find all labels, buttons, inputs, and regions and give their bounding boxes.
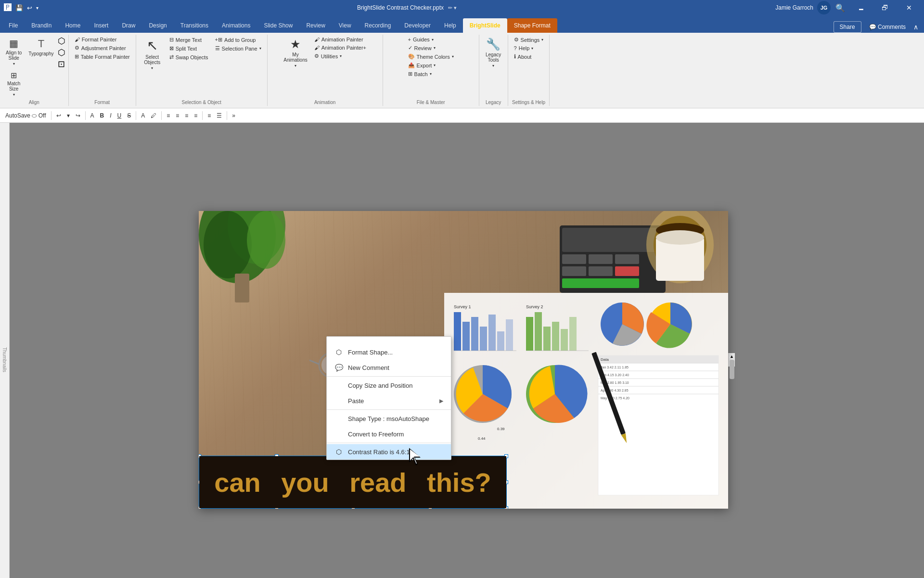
ctx-new-comment[interactable]: 💬 New Comment [327,360,451,375]
align-dropdown-icon[interactable]: ▾ [13,62,15,66]
ctx-shape-type[interactable]: Shape Type : msoAutoShape [327,411,451,426]
strikethrough-button[interactable]: S [125,111,133,120]
bullet-button[interactable]: ≡ [205,111,213,120]
animation-painter-button[interactable]: 🖌 Animation Painter [311,36,369,43]
quick-access-undo[interactable]: ↩ [27,4,32,12]
close-button[interactable]: ✕ [898,0,920,15]
thumbnails-panel[interactable]: Thumbnails [0,123,10,578]
redo-button[interactable]: ↪ [73,111,83,120]
animation-group-label[interactable]: Animation [314,100,335,105]
table-format-painter-button[interactable]: ⊞ Table Format Painter [72,53,133,61]
my-animations-button[interactable]: ★ MyAnimations ▾ [281,36,310,70]
slide-area[interactable]: Survey 1 Survey 2 [10,123,924,578]
undo-dropdown[interactable]: ▾ [64,111,72,120]
typography-button[interactable]: T Typography [26,36,56,58]
user-avatar[interactable]: JG [817,1,831,14]
text-color-button[interactable]: A [139,111,147,120]
align-center-button[interactable]: ≡ [173,111,181,120]
select-dropdown-icon[interactable]: ▾ [151,66,153,70]
review-dropdown-icon[interactable]: ▾ [434,46,436,50]
settings-button[interactable]: ⚙ Settings ▾ [511,36,547,44]
tab-recording[interactable]: Recording [358,18,398,33]
guides-dropdown-icon[interactable]: ▾ [432,38,434,42]
ctx-contrast-ratio[interactable]: ⬡ Contrast Ratio is 4.6:1 [327,444,451,460]
match-size-dropdown-icon[interactable]: ▾ [13,92,15,97]
utilities-button[interactable]: ⚙ Utilities ▾ [311,52,369,60]
align-group-label[interactable]: Align [29,100,39,105]
numbered-list-button[interactable]: ☰ [214,111,224,120]
italic-button[interactable]: I [107,111,114,120]
tab-draw[interactable]: Draw [115,18,142,33]
font-icon[interactable]: A [88,111,97,120]
tab-transitions[interactable]: Transitions [174,18,215,33]
export-button[interactable]: 📤 Export ▾ [405,61,457,69]
tab-shape-format[interactable]: Shape Format [507,18,557,33]
about-button[interactable]: ℹ About [511,53,547,61]
undo-button[interactable]: ↩ [54,111,64,120]
settings-help-label[interactable]: Settings & Help [512,100,545,105]
selection-group-label[interactable]: Selection & Object [182,100,221,105]
file-master-label[interactable]: File & Master [417,100,445,105]
selection-dropdown-icon[interactable]: ▾ [259,46,261,51]
help-button[interactable]: ? Help ▾ [511,44,547,52]
settings-dropdown-icon[interactable]: ▾ [541,38,543,42]
tab-view[interactable]: View [332,18,358,33]
align-icon-row3[interactable]: ⊡ [58,59,65,69]
split-text-button[interactable]: ⊠ Split Text [167,44,211,53]
tab-home[interactable]: Home [58,18,87,33]
select-objects-button[interactable]: ↖ SelectObjects ▾ [139,36,166,72]
add-to-group-button[interactable]: +⊞ Add to Group [212,36,264,44]
align-left-button[interactable]: ≡ [164,111,172,120]
tab-insert[interactable]: Insert [87,18,115,33]
underline-button[interactable]: U [115,111,124,120]
legacy-dropdown-icon[interactable]: ▾ [492,64,494,68]
batch-dropdown-icon[interactable]: ▾ [430,72,432,76]
autosave-toggle[interactable]: AutoSave ⬭ Off [3,111,49,120]
justify-button[interactable]: ≡ [192,111,200,120]
scroll-thumb[interactable] [730,360,734,379]
ctx-format-shape[interactable]: ⬡ Format Shape... [327,344,451,360]
format-group-label[interactable]: Format [94,100,110,105]
theme-colors-button[interactable]: 🎨 Theme Colors ▾ [405,53,457,61]
align-icon-row2[interactable]: ⬡ [58,47,65,58]
maximize-button[interactable]: 🗗 [874,0,896,15]
search-icon[interactable]: 🔍 [835,3,845,13]
selection-pane-button[interactable]: ☰ Selection Pane ▾ [212,44,264,53]
minimize-button[interactable]: 🗕 [850,0,872,15]
align-right-button[interactable]: ≡ [182,111,191,120]
tab-slideshow[interactable]: Slide Show [257,18,299,33]
export-dropdown-icon[interactable]: ▾ [434,63,436,67]
tab-file[interactable]: File [2,18,25,33]
tab-brandin[interactable]: BrandIn [25,18,58,33]
tab-animations[interactable]: Animations [215,18,257,33]
legacy-group-label[interactable]: Legacy [486,100,501,105]
highlight-button[interactable]: 🖊 [148,111,159,120]
tab-help[interactable]: Help [437,18,463,33]
quick-access-save[interactable]: 💾 [15,4,23,12]
ribbon-collapse-icon[interactable]: ∧ [913,23,918,31]
swap-objects-button[interactable]: ⇄ Swap Objects [167,53,211,61]
review-button[interactable]: ✓ Review ▾ [405,44,457,52]
tab-brightslide[interactable]: BrightSlide [463,18,507,33]
align-to-slide-button[interactable]: ▦ Align toSlide ▾ [3,36,25,68]
comments-button[interactable]: 💬 Comments [863,22,911,32]
batch-button[interactable]: ⊞ Batch ▾ [405,70,457,78]
more-format-button[interactable]: » [230,111,238,120]
bold-button[interactable]: B [98,111,107,120]
scroll-up-button[interactable]: ▲ [729,353,735,360]
ctx-convert-freeform[interactable]: Convert to Freeform [327,426,451,442]
format-painter-button[interactable]: 🖌 Format Painter [72,36,133,43]
legacy-tools-button[interactable]: 🔧 LegacyTools ▾ [483,36,504,70]
guides-button[interactable]: + Guides ▾ [405,36,457,43]
ctx-paste[interactable]: Paste ▶ [327,393,451,408]
merge-text-button[interactable]: ⊟ Merge Text [167,36,211,44]
animations-dropdown-icon[interactable]: ▾ [295,64,296,68]
tab-review[interactable]: Review [299,18,332,33]
theme-dropdown-icon[interactable]: ▾ [452,54,454,59]
help-dropdown-icon[interactable]: ▾ [531,46,533,51]
tab-design[interactable]: Design [142,18,173,33]
share-button[interactable]: Share [834,21,861,33]
match-size-button[interactable]: ⊞ MatchSize ▾ [4,69,24,99]
tab-developer[interactable]: Developer [398,18,437,33]
align-icon-row1[interactable]: ⬡ [58,36,65,46]
